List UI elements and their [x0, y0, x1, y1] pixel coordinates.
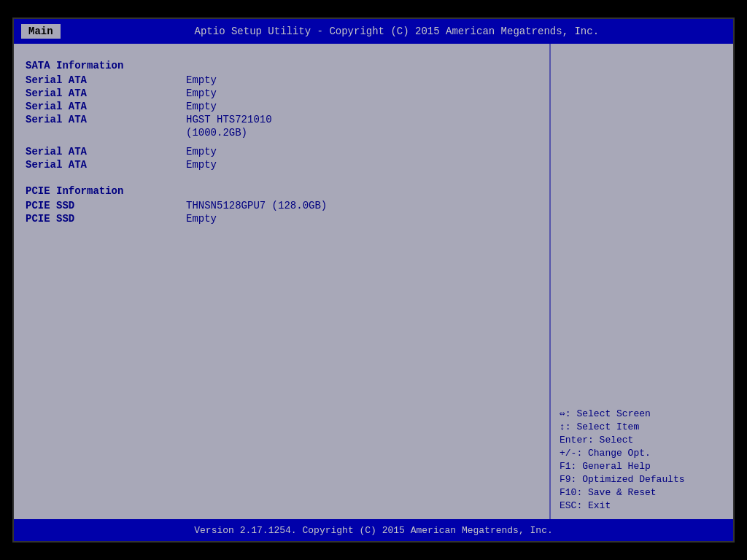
help-item-enter: Enter: Select	[560, 435, 724, 446]
pcie-label-1: PCIE SSD	[26, 200, 186, 211]
help-item-f1: F1: General Help	[560, 461, 724, 472]
help-item-f9: F9: Optimized Defaults	[560, 474, 724, 485]
header-title: Aptio Setup Utility - Copyright (C) 2015…	[68, 26, 726, 37]
sata-value-2: Empty	[186, 88, 217, 99]
table-row: PCIE SSD THNSN5128GPU7 (128.0GB)	[26, 200, 538, 211]
bios-screen: Main Aptio Setup Utility - Copyright (C)…	[12, 18, 735, 542]
sata-info-table: Serial ATA Empty Serial ATA Empty Serial…	[26, 74, 538, 171]
table-row: Serial ATA Empty	[26, 101, 538, 112]
footer-bar: Version 2.17.1254. Copyright (C) 2015 Am…	[14, 519, 733, 541]
left-panel: SATA Information Serial ATA Empty Serial…	[14, 44, 551, 519]
help-item-item: ↕: Select Item	[560, 421, 724, 432]
right-panel: ⇔: Select Screen ↕: Select Item Enter: S…	[551, 44, 733, 519]
sata-label-6: Serial ATA	[26, 159, 186, 171]
pcie-section-header: PCIE Information	[26, 185, 538, 197]
table-row: Serial ATA HGST HTS721010	[26, 114, 538, 125]
help-item-screen: ⇔: Select Screen	[560, 408, 724, 419]
sata-value-4: HGST HTS721010	[186, 114, 272, 125]
sata-value-1: Empty	[186, 74, 217, 86]
pcie-value-2: Empty	[186, 213, 217, 225]
table-row: Serial ATA Empty	[26, 146, 538, 158]
header-bar: Main Aptio Setup Utility - Copyright (C)…	[14, 19, 733, 44]
main-content: SATA Information Serial ATA Empty Serial…	[14, 44, 733, 519]
help-item-esc: ESC: Exit	[560, 500, 724, 511]
sata-label-1: Serial ATA	[26, 74, 186, 86]
sata-label-3: Serial ATA	[26, 101, 186, 112]
sata-label-5: Serial ATA	[26, 146, 186, 158]
table-row: PCIE SSD Empty	[26, 213, 538, 225]
sata-section-header: SATA Information	[26, 60, 538, 71]
help-section: ⇔: Select Screen ↕: Select Item Enter: S…	[560, 400, 724, 513]
table-row: Serial ATA Empty	[26, 74, 538, 86]
sata-value-4b: (1000.2GB)	[186, 127, 247, 139]
table-row: Serial ATA Empty	[26, 88, 538, 99]
help-item-change: +/-: Change Opt.	[560, 448, 724, 459]
pcie-value-1: THNSN5128GPU7 (128.0GB)	[186, 200, 327, 211]
table-row: (1000.2GB)	[26, 127, 538, 139]
pcie-info-table: PCIE SSD THNSN5128GPU7 (128.0GB) PCIE SS…	[26, 200, 538, 225]
sata-label-2: Serial ATA	[26, 88, 186, 99]
sata-value-3: Empty	[186, 101, 217, 112]
sata-value-5: Empty	[186, 146, 217, 158]
table-row: Serial ATA Empty	[26, 159, 538, 171]
sata-label-4b	[26, 127, 186, 139]
footer-text: Version 2.17.1254. Copyright (C) 2015 Am…	[194, 525, 552, 536]
sata-value-6: Empty	[186, 159, 217, 171]
main-tab[interactable]: Main	[21, 24, 61, 39]
help-item-f10: F10: Save & Reset	[560, 487, 724, 498]
sata-label-4: Serial ATA	[26, 114, 186, 125]
pcie-label-2: PCIE SSD	[26, 213, 186, 225]
